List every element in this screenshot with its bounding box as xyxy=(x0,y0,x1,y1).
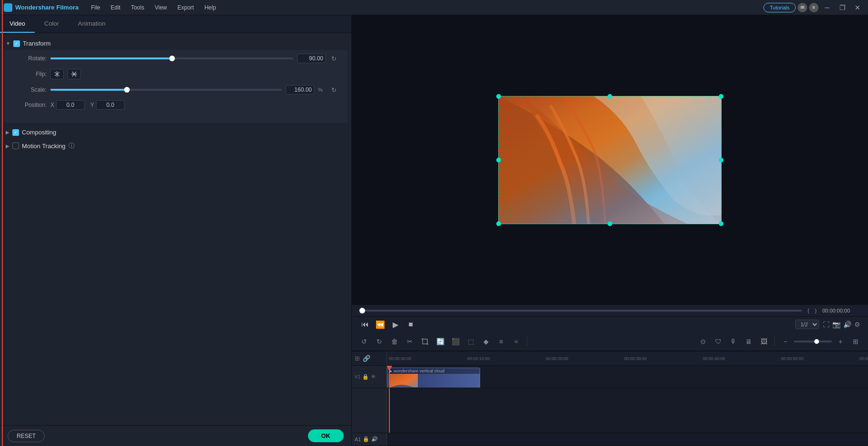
menu-edit[interactable]: Edit xyxy=(106,2,125,13)
right-panel: { } 00:00:00:00 ⏮ ⏪ ▶ ■ 1/2 ⛶ 📷 🔊 ⚙ ↺ ↻ xyxy=(352,15,868,446)
menu-bar: File Edit Tools View Export Help xyxy=(86,2,221,13)
undo-button[interactable]: ↺ xyxy=(357,335,371,348)
track-lock-icon[interactable]: 🔒 xyxy=(362,374,369,380)
fit-zoom-button[interactable]: ⊞ xyxy=(849,335,862,348)
stop-button[interactable]: ■ xyxy=(405,319,416,330)
restore-button[interactable]: ❐ xyxy=(836,2,849,13)
rewind-button[interactable]: ⏮ xyxy=(359,319,371,330)
scrubber-thumb[interactable] xyxy=(359,308,365,313)
scale-slider-thumb[interactable] xyxy=(124,87,130,93)
rotate-tool-button[interactable]: 🔄 xyxy=(434,335,447,348)
flip-vertical-button[interactable] xyxy=(68,69,81,79)
compositing-checkbox[interactable]: ✓ xyxy=(12,129,19,136)
handle-bottom-left[interactable] xyxy=(496,221,501,226)
timeline-link-icon[interactable]: 🔗 xyxy=(363,355,370,362)
toolbar: ↺ ↻ 🗑 ✂ 🔄 ⬛ ⬚ ◆ ≡ ≈ ⊙ 🛡 🎙 🖥 🖼 − xyxy=(352,332,868,351)
zoom-thumb[interactable] xyxy=(814,339,819,344)
zoom-out-button[interactable]: − xyxy=(779,335,792,348)
resize-button[interactable]: ⬚ xyxy=(464,335,477,348)
handle-middle-left[interactable] xyxy=(496,158,501,162)
shield-button[interactable]: 🛡 xyxy=(712,335,725,348)
track-eye-icon[interactable]: 👁 xyxy=(371,374,376,380)
pos-x-field: X 0.0 xyxy=(50,100,85,110)
video-track-content[interactable]: ▶ wondershare vertical cloud xyxy=(387,366,868,388)
menu-view[interactable]: View xyxy=(150,2,172,13)
step-back-button[interactable]: ⏪ xyxy=(375,319,386,330)
scale-slider[interactable] xyxy=(50,89,282,91)
bracket-left-icon[interactable]: { xyxy=(808,308,810,313)
reset-button[interactable]: RESET xyxy=(8,430,45,442)
menu-icon[interactable]: ≡ xyxy=(809,3,819,12)
ok-button[interactable]: OK xyxy=(308,429,344,442)
motion-tracking-info-icon[interactable]: ⓘ xyxy=(68,142,75,150)
effects-button[interactable]: ⊙ xyxy=(696,335,710,348)
scale-reset[interactable]: ↻ xyxy=(329,86,338,94)
fit-button[interactable]: ⬛ xyxy=(449,335,462,348)
mic-button[interactable]: 🎙 xyxy=(727,335,740,348)
tab-color[interactable]: Color xyxy=(35,15,68,33)
marker-button[interactable]: ◆ xyxy=(479,335,492,348)
motion-tracking-section-header[interactable]: ▶ Motion Tracking ⓘ xyxy=(0,139,351,153)
timeline-scrubber[interactable] xyxy=(359,310,802,312)
video-clip[interactable]: ▶ wondershare vertical cloud xyxy=(387,368,480,388)
page-select[interactable]: 1/2 xyxy=(795,320,819,329)
compositing-section-header[interactable]: ▶ ✓ Compositing xyxy=(0,126,351,139)
delete-button[interactable]: 🗑 xyxy=(388,335,401,348)
audio-button[interactable]: ≈ xyxy=(510,335,523,348)
zoom-in-button[interactable]: + xyxy=(834,335,847,348)
rotate-reset[interactable]: ↻ xyxy=(329,55,338,62)
menu-help[interactable]: Help xyxy=(200,2,221,13)
audio-track-row: A1 🔒 🔊 xyxy=(352,433,868,446)
empty-track-content xyxy=(387,388,868,432)
tab-video[interactable]: Video xyxy=(0,15,35,33)
handle-bottom-right[interactable] xyxy=(719,221,723,226)
motion-tracking-checkbox[interactable] xyxy=(12,142,19,149)
rotate-slider-thumb[interactable] xyxy=(169,56,175,61)
tutorials-button[interactable]: Tutorials xyxy=(763,3,796,12)
zoom-slider[interactable] xyxy=(794,341,832,342)
snapshot-icon[interactable]: 📷 xyxy=(832,321,840,328)
tab-animation[interactable]: Animation xyxy=(68,15,115,33)
mail-icon[interactable]: ✉ xyxy=(798,3,807,12)
scale-value[interactable]: 160.00 xyxy=(286,85,314,95)
flip-horizontal-button[interactable] xyxy=(50,69,64,79)
close-button[interactable]: ✕ xyxy=(851,2,864,13)
image-button[interactable]: 🖼 xyxy=(757,335,771,348)
selection-box xyxy=(498,96,722,224)
rotate-slider[interactable] xyxy=(50,57,293,59)
rotate-value[interactable]: 90.00 xyxy=(297,54,326,63)
handle-top-right[interactable] xyxy=(719,94,723,99)
cut-button[interactable]: ✂ xyxy=(403,335,416,348)
handle-top-center[interactable] xyxy=(608,94,612,99)
settings-icon[interactable]: ⚙ xyxy=(854,321,860,328)
volume-icon[interactable]: 🔊 xyxy=(843,321,851,328)
bracket-right-icon[interactable]: } xyxy=(815,308,817,313)
timeline-add-track-icon[interactable]: ⊞ xyxy=(355,355,360,362)
align-button[interactable]: ≡ xyxy=(494,335,508,348)
handle-bottom-center[interactable] xyxy=(608,221,612,226)
ruler-ts-5: 00:00:50:00 xyxy=(781,356,859,361)
main-area: Video Color Animation ▼ ✓ Transform Rota… xyxy=(0,15,868,446)
fullscreen-icon[interactable]: ⛶ xyxy=(823,321,829,328)
audio-track-lock-icon[interactable]: 🔒 xyxy=(363,436,369,442)
pos-y-field: Y 0.0 xyxy=(90,100,125,110)
motion-tracking-arrow: ▶ xyxy=(6,143,10,149)
minimize-button[interactable]: ─ xyxy=(820,2,834,13)
redo-button[interactable]: ↻ xyxy=(373,335,386,348)
pos-x-input[interactable]: 0.0 xyxy=(56,100,85,110)
crop-button[interactable] xyxy=(418,335,432,348)
menu-export[interactable]: Export xyxy=(173,2,199,13)
menu-file[interactable]: File xyxy=(86,2,105,13)
handle-top-left[interactable] xyxy=(496,94,501,99)
handle-middle-right[interactable] xyxy=(719,158,723,162)
play-button[interactable]: ▶ xyxy=(390,319,401,330)
screen-button[interactable]: 🖥 xyxy=(742,335,755,348)
audio-track-content[interactable] xyxy=(387,433,868,446)
audio-track-volume-icon[interactable]: 🔊 xyxy=(371,436,378,442)
pos-y-input[interactable]: 0.0 xyxy=(96,100,125,110)
left-panel: Video Color Animation ▼ ✓ Transform Rota… xyxy=(0,15,352,446)
transform-section-header[interactable]: ▼ ✓ Transform xyxy=(0,37,351,50)
menu-tools[interactable]: Tools xyxy=(126,2,149,13)
transform-checkbox[interactable]: ✓ xyxy=(13,40,20,47)
rotate-row: Rotate: 90.00 ↻ xyxy=(13,54,338,63)
